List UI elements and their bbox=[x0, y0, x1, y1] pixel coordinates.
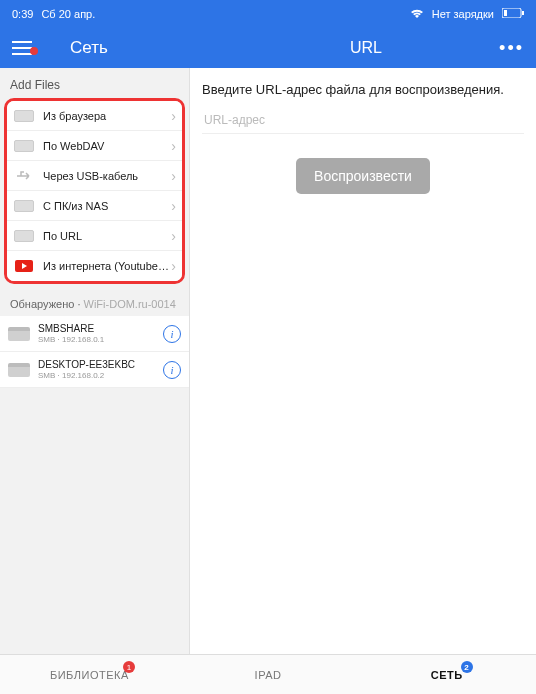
info-icon[interactable]: i bbox=[163, 325, 181, 343]
tab-ipad[interactable]: IPAD bbox=[179, 655, 358, 694]
nav-bar: Сеть URL ••• bbox=[0, 28, 536, 68]
tab-label: СЕТЬ bbox=[431, 669, 463, 681]
add-files-header: Add Files bbox=[0, 68, 189, 98]
add-internet[interactable]: Из интернета (Youtube, Vi... › bbox=[7, 251, 182, 281]
play-button[interactable]: Воспроизвести bbox=[296, 158, 430, 194]
sidebar-title: Сеть bbox=[70, 38, 108, 58]
instruction-text: Введите URL-адрес файла для воспроизведе… bbox=[202, 82, 524, 97]
wifi-icon bbox=[410, 9, 424, 19]
discovered-label: Обнаружено bbox=[10, 298, 74, 310]
svg-rect-4 bbox=[12, 47, 32, 49]
svg-rect-5 bbox=[12, 53, 32, 55]
tab-network[interactable]: СЕТЬ 2 bbox=[357, 655, 536, 694]
add-url[interactable]: По URL › bbox=[7, 221, 182, 251]
discovered-name: DESKTOP-EE3EKBC bbox=[38, 359, 163, 371]
status-charge: Нет зарядки bbox=[432, 8, 494, 20]
chevron-right-icon: › bbox=[171, 258, 176, 274]
add-from-browser[interactable]: Из браузера › bbox=[7, 101, 182, 131]
sidebar: Add Files Из браузера › По WebDAV › Чере… bbox=[0, 68, 190, 654]
drive-icon bbox=[8, 363, 30, 377]
main-content: Введите URL-адрес файла для воспроизведе… bbox=[190, 68, 536, 654]
chevron-right-icon: › bbox=[171, 138, 176, 154]
tab-label: IPAD bbox=[255, 669, 282, 681]
app-window: 0:39 Сб 20 апр. Нет зарядки Сеть URL •••… bbox=[0, 0, 536, 694]
chevron-right-icon: › bbox=[171, 168, 176, 184]
page-title: URL bbox=[350, 39, 382, 57]
tab-label: БИБЛИОТЕКА bbox=[50, 669, 129, 681]
discovered-header: Обнаружено · WiFi-DOM.ru-0014 bbox=[0, 284, 189, 316]
list-item-label: Из интернета (Youtube, Vi... bbox=[43, 260, 171, 272]
svg-rect-3 bbox=[12, 41, 32, 43]
usb-icon bbox=[13, 168, 35, 184]
chevron-right-icon: › bbox=[171, 108, 176, 124]
discovered-item-smbshare[interactable]: SMBSHARE SMB · 192.168.0.1 i bbox=[0, 316, 189, 352]
info-icon[interactable]: i bbox=[163, 361, 181, 379]
list-item-label: По WebDAV bbox=[43, 140, 171, 152]
url-icon bbox=[13, 228, 35, 244]
svg-rect-2 bbox=[504, 10, 507, 16]
tab-badge: 2 bbox=[461, 661, 473, 673]
drive-icon bbox=[8, 327, 30, 341]
list-item-label: Из браузера bbox=[43, 110, 171, 122]
status-bar: 0:39 Сб 20 апр. Нет зарядки bbox=[0, 0, 536, 28]
list-item-label: С ПК/из NAS bbox=[43, 200, 171, 212]
add-usb[interactable]: Через USB-кабель › bbox=[7, 161, 182, 191]
svg-rect-1 bbox=[522, 11, 524, 15]
add-files-list: Из браузера › По WebDAV › Через USB-кабе… bbox=[4, 98, 185, 284]
discovered-sub: SMB · 192.168.0.1 bbox=[38, 335, 163, 345]
menu-button[interactable] bbox=[0, 41, 44, 55]
add-webdav[interactable]: По WebDAV › bbox=[7, 131, 182, 161]
status-time: 0:39 bbox=[12, 8, 33, 20]
tab-library[interactable]: БИБЛИОТЕКА 1 bbox=[0, 655, 179, 694]
battery-icon bbox=[502, 8, 524, 20]
list-item-label: Через USB-кабель bbox=[43, 170, 171, 182]
more-button[interactable]: ••• bbox=[499, 38, 524, 59]
discovered-network: WiFi-DOM.ru-0014 bbox=[84, 298, 176, 310]
tab-badge: 1 bbox=[123, 661, 135, 673]
url-input[interactable] bbox=[202, 107, 524, 134]
youtube-icon bbox=[13, 258, 35, 274]
discovered-item-desktop[interactable]: DESKTOP-EE3EKBC SMB · 192.168.0.2 i bbox=[0, 352, 189, 388]
chevron-right-icon: › bbox=[171, 228, 176, 244]
nas-icon bbox=[13, 198, 35, 214]
add-pc-nas[interactable]: С ПК/из NAS › bbox=[7, 191, 182, 221]
discovered-sub: SMB · 192.168.0.2 bbox=[38, 371, 163, 381]
list-item-label: По URL bbox=[43, 230, 171, 242]
discovered-name: SMBSHARE bbox=[38, 323, 163, 335]
tab-bar: БИБЛИОТЕКА 1 IPAD СЕТЬ 2 bbox=[0, 654, 536, 694]
chevron-right-icon: › bbox=[171, 198, 176, 214]
status-date: Сб 20 апр. bbox=[41, 8, 95, 20]
menu-badge bbox=[30, 47, 38, 55]
browser-icon bbox=[13, 108, 35, 124]
webdav-icon bbox=[13, 138, 35, 154]
